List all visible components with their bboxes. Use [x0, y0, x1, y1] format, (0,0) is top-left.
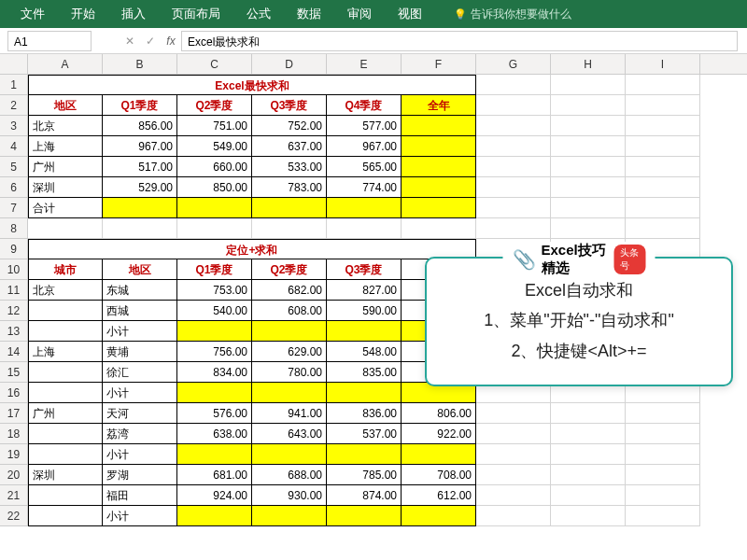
col-D[interactable]: D — [252, 54, 327, 74]
tip-header: 📎 Excel技巧精选 头条号 — [503, 242, 655, 277]
row-13[interactable]: 13 — [0, 321, 28, 342]
t1-h-q2[interactable]: Q2季度 — [177, 95, 252, 116]
col-B[interactable]: B — [103, 54, 177, 74]
col-A[interactable]: A — [28, 54, 103, 74]
row-1[interactable]: 1 — [0, 75, 28, 95]
tip-line2: 1、菜单"开始"-"自动求和" — [440, 305, 718, 335]
paperclip-icon: 📎 — [513, 248, 536, 271]
tab-layout[interactable]: 页面布局 — [159, 0, 233, 28]
tab-home[interactable]: 开始 — [58, 0, 108, 28]
tab-formula[interactable]: 公式 — [233, 0, 284, 28]
col-I[interactable]: I — [626, 54, 700, 74]
tip-callout: 📎 Excel技巧精选 头条号 Excel自动求和 1、菜单"开始"-"自动求和… — [425, 257, 733, 386]
t1-total-label[interactable]: 合计 — [28, 198, 103, 218]
tip-line1: Excel自动求和 — [440, 275, 718, 305]
row-10[interactable]: 10 — [0, 259, 28, 280]
col-C[interactable]: C — [177, 54, 252, 74]
row-9[interactable]: 9 — [0, 239, 28, 259]
tip-body: Excel自动求和 1、菜单"开始"-"自动求和" 2、快捷键<Alt>+= — [440, 275, 718, 366]
t1-h-year[interactable]: 全年 — [402, 95, 476, 116]
col-E[interactable]: E — [327, 54, 402, 74]
row-12[interactable]: 12 — [0, 301, 28, 321]
name-box[interactable]: A1 — [7, 31, 92, 51]
col-G[interactable]: G — [476, 54, 551, 74]
row-18[interactable]: 18 — [0, 424, 28, 444]
tab-file[interactable]: 文件 — [7, 0, 58, 28]
row-4[interactable]: 4 — [0, 136, 28, 157]
column-headers: A B C D E F G H I — [0, 54, 747, 75]
row-8[interactable]: 8 — [0, 218, 28, 239]
t1-h-region[interactable]: 地区 — [28, 95, 103, 116]
row-3[interactable]: 3 — [0, 116, 28, 136]
row-16[interactable]: 16 — [0, 383, 28, 403]
row-20[interactable]: 20 — [0, 465, 28, 485]
fx-icon[interactable]: fx — [161, 35, 181, 48]
row-7[interactable]: 7 — [0, 198, 28, 218]
tip-badge: 头条号 — [614, 245, 646, 274]
row-15[interactable]: 15 — [0, 362, 28, 383]
row-5[interactable]: 5 — [0, 157, 28, 177]
tip-title: Excel技巧精选 — [542, 242, 609, 277]
row-2[interactable]: 2 — [0, 95, 28, 116]
cancel-icon[interactable]: ✕ — [120, 35, 140, 48]
table2-title[interactable]: 定位+求和 — [28, 239, 476, 259]
row-11[interactable]: 11 — [0, 280, 28, 301]
row-17[interactable]: 17 — [0, 403, 28, 424]
t1-h-q1[interactable]: Q1季度 — [103, 95, 177, 116]
enter-icon[interactable]: ✓ — [140, 35, 161, 48]
row-19[interactable]: 19 — [0, 444, 28, 465]
ribbon: 文件 开始 插入 页面布局 公式 数据 审阅 视图 告诉我你想要做什么 — [0, 0, 747, 28]
tell-me-hint[interactable]: 告诉我你想要做什么 — [454, 7, 571, 22]
formula-input[interactable]: Excel最快求和 — [181, 31, 738, 51]
formula-bar: A1 ✕ ✓ fx Excel最快求和 — [0, 28, 747, 54]
col-H[interactable]: H — [551, 54, 626, 74]
cell[interactable]: 北京 — [28, 116, 103, 136]
col-F[interactable]: F — [402, 54, 476, 74]
t1-h-q3[interactable]: Q3季度 — [252, 95, 327, 116]
row-14[interactable]: 14 — [0, 342, 28, 362]
tab-data[interactable]: 数据 — [284, 0, 334, 28]
row-6[interactable]: 6 — [0, 177, 28, 198]
tip-line3: 2、快捷键<Alt>+= — [440, 336, 718, 366]
select-all-corner[interactable] — [0, 54, 28, 74]
row-22[interactable]: 22 — [0, 506, 28, 526]
row-21[interactable]: 21 — [0, 485, 28, 506]
t1-h-q4[interactable]: Q4季度 — [327, 95, 402, 116]
tab-insert[interactable]: 插入 — [108, 0, 159, 28]
tab-review[interactable]: 审阅 — [334, 0, 385, 28]
tab-view[interactable]: 视图 — [385, 0, 435, 28]
table1-title[interactable]: Excel最快求和 — [28, 75, 476, 95]
